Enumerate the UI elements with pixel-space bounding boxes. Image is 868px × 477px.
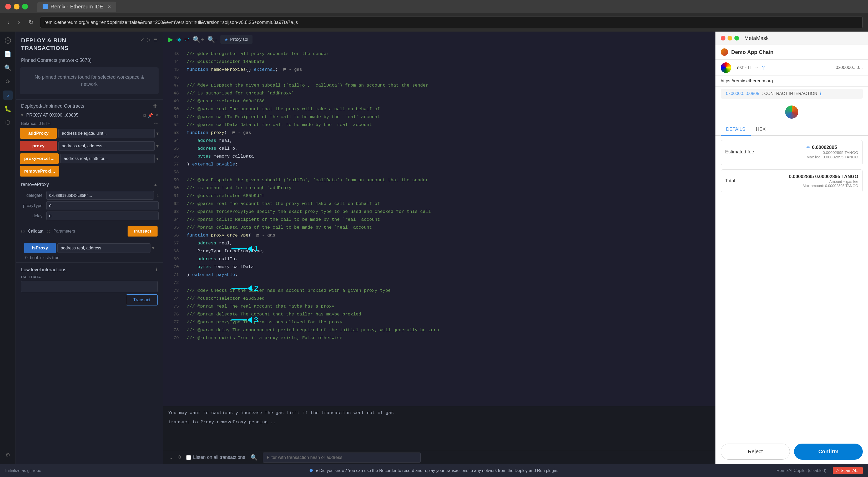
editor-toolbar: ▶ ◈ ⇌ 🔍+ 🔍- ◈ Proxy.sol	[163, 32, 715, 47]
reject-button[interactable]: Reject	[721, 444, 790, 459]
mm-hex-tab[interactable]: HEX	[751, 123, 771, 136]
low-level-transact-button[interactable]: Transact	[126, 294, 158, 305]
sidebar-icon-git[interactable]: ⟳	[3, 77, 12, 86]
parameters-tab[interactable]: Parameters	[53, 229, 75, 234]
mm-maximize-btn[interactable]	[734, 36, 739, 40]
zoom-out-button[interactable]: 🔍-	[207, 36, 217, 43]
deployed-delete-icon[interactable]: 🗑	[153, 103, 158, 109]
low-level-title: Low level interactions	[21, 267, 66, 273]
proxy-type-field-row: proxyType:	[20, 201, 159, 210]
sidebar-icon-settings[interactable]: ⚙	[3, 450, 12, 459]
metamask-network-bar: Demo App Chain	[715, 45, 868, 60]
delay-input[interactable]	[46, 212, 159, 220]
max-amount-row: Max amount: 0.00002895 TANGO	[789, 184, 858, 188]
proxy-chevron[interactable]: ▾	[156, 143, 159, 149]
sidebar-icon-deploy[interactable]: ⬦	[3, 90, 12, 100]
deploy-panel-title: DEPLOY & RUN TRANSACTIONS	[21, 37, 69, 52]
tab-close-button[interactable]: ×	[108, 4, 111, 10]
minimize-button[interactable]	[14, 4, 20, 9]
deploy-panel-header: DEPLOY & RUN TRANSACTIONS ✓ ▷ ☰	[16, 32, 163, 55]
filter-search-icon[interactable]: 🔍	[250, 454, 257, 461]
proxy-input[interactable]	[58, 141, 155, 151]
account-help-icon[interactable]: ?	[762, 65, 765, 71]
add-proxy-button[interactable]: addProxy	[20, 128, 57, 139]
maximize-button[interactable]	[22, 4, 28, 9]
proxy-force-button[interactable]: proxyForceT...	[20, 153, 59, 164]
metamask-panel: MetaMask Demo App Chain Test - II → ? 0x…	[715, 32, 868, 464]
back-button[interactable]: ‹	[5, 18, 11, 27]
remove-proxy-collapse[interactable]: ▲	[153, 182, 158, 187]
browser-tab[interactable]: Remix - Ethereum IDE ×	[37, 2, 116, 12]
calldata-field[interactable]	[21, 281, 158, 292]
zoom-in-button[interactable]: 🔍+	[192, 36, 204, 43]
contract-pin-icon[interactable]: 📌	[148, 113, 153, 118]
contract-balance-row: Balance: 0 ETH ✏	[16, 120, 163, 127]
token-icon	[785, 106, 798, 119]
calldata-tab[interactable]: Calldata	[28, 229, 43, 234]
metamask-title: MetaMask	[744, 35, 769, 41]
remix-icon-2[interactable]: ⇌	[184, 36, 189, 43]
sidebar-icon-files[interactable]: 📄	[3, 50, 12, 59]
total-section: Total 0.00002895 0.00002895 TANGO Amount…	[721, 170, 863, 192]
proxy-force-input[interactable]	[60, 154, 155, 163]
is-proxy-input[interactable]	[57, 243, 151, 253]
refresh-button[interactable]: ↻	[26, 18, 36, 27]
remix-icon-1[interactable]: ◈	[176, 36, 181, 43]
mm-details-tab[interactable]: DETAILS	[721, 123, 751, 136]
transact-button[interactable]: transact	[128, 226, 158, 237]
proxy-force-method: proxyForceT... ▾	[20, 153, 159, 164]
console-expand-icon[interactable]: ⌄	[168, 454, 173, 461]
add-proxy-input[interactable]	[58, 129, 155, 138]
address-bar[interactable]	[40, 17, 863, 28]
remove-proxies-button[interactable]: removeProxi...	[20, 166, 59, 177]
proxy-button[interactable]: proxy	[20, 141, 57, 151]
balance-edit-icon[interactable]: ✏	[154, 121, 158, 126]
contract-chevron[interactable]: ▼	[20, 113, 24, 118]
listen-transactions-checkbox[interactable]: Listen on all transactions	[186, 455, 245, 460]
deploy-check-icon: ✓	[141, 37, 145, 42]
sidebar-icon-search[interactable]: 🔍	[3, 63, 12, 72]
mm-close-btn[interactable]	[721, 36, 725, 40]
account-name: Test - II	[734, 65, 751, 70]
transaction-filter-input[interactable]	[263, 452, 421, 463]
contract-copy-icon[interactable]: ⧉	[143, 113, 146, 118]
add-proxy-method: addProxy ▾	[20, 128, 159, 139]
mm-minimize-btn[interactable]	[727, 36, 732, 40]
delay-field-row: delay:	[20, 212, 159, 220]
contract-close-icon[interactable]: ✕	[155, 113, 159, 118]
low-level-info-icon[interactable]: ℹ	[156, 267, 158, 273]
total-row: Total 0.00002895 0.00002895 TANGO Amount…	[725, 174, 858, 188]
is-proxy-method: isProxy ▾	[24, 243, 154, 254]
remove-proxy-section: removeProxy ▲ delegate: 2 proxyType: del…	[20, 180, 159, 222]
delegate-input[interactable]	[46, 191, 154, 200]
close-button[interactable]	[5, 4, 11, 9]
calldata-icon: ⬡	[21, 229, 25, 234]
file-tab-label: Proxy.sol	[230, 37, 248, 42]
code-content[interactable]: 43444546 47484950 51525354 55565758 5960…	[163, 47, 715, 406]
is-proxy-chevron[interactable]: ▾	[152, 245, 154, 251]
sidebar-icon-plugin[interactable]: ⬡	[3, 118, 12, 127]
file-tab[interactable]: ◈ Proxy.sol	[220, 35, 252, 44]
deploy-menu-icon[interactable]: ☰	[153, 37, 158, 42]
add-proxy-chevron[interactable]: ▾	[156, 130, 159, 136]
remixai-badge: RemixAI Copilot (disabled)	[773, 467, 829, 474]
sidebar-icon-debug[interactable]: 🐛	[3, 104, 12, 114]
no-pinned-message: No pinned contracts found for selected w…	[20, 67, 159, 94]
is-proxy-button[interactable]: isProxy	[24, 243, 56, 254]
proxy-type-input[interactable]	[46, 201, 159, 210]
contract-info-icon[interactable]: ℹ	[820, 91, 822, 96]
deploy-expand-icon[interactable]: ▷	[147, 37, 151, 42]
forward-button[interactable]: ›	[16, 18, 22, 27]
sidebar-icon-home[interactable]	[3, 36, 12, 45]
status-right: RemixAI Copilot (disabled) ⚠ Scam Al...	[651, 467, 863, 474]
calldata-section: ⬡ Calldata ⬡ Parameters transact	[16, 224, 163, 241]
amount-gas-label: Amount + gas fee	[789, 179, 858, 184]
status-bar: Initialize as git repo ● Did you know? Y…	[0, 464, 868, 477]
confirm-button[interactable]: Confirm	[794, 444, 863, 459]
status-git[interactable]: Initialize as git repo	[5, 468, 217, 473]
run-button[interactable]: ▶	[168, 36, 173, 43]
proxy-force-chevron[interactable]: ▾	[156, 156, 159, 161]
listen-checkbox-input[interactable]	[186, 455, 191, 460]
console-count: 0	[178, 455, 181, 460]
fee-edit-icon[interactable]: ✏	[806, 144, 810, 150]
